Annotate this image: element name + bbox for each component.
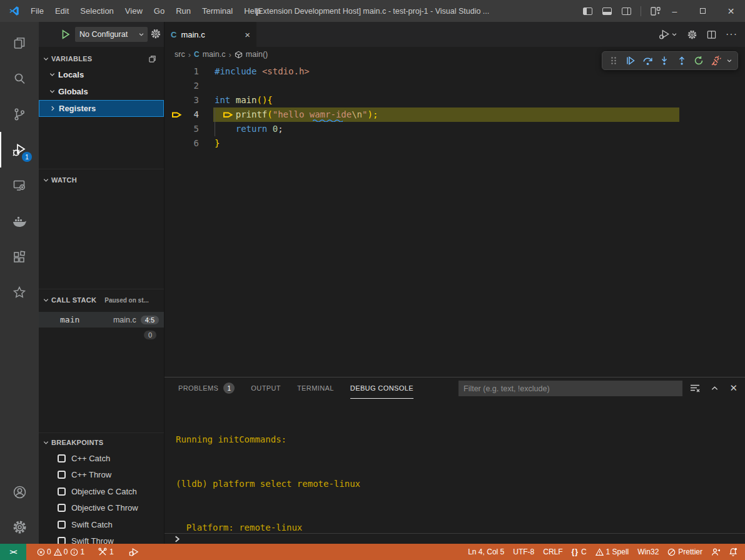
debug-console-input[interactable] <box>165 533 745 544</box>
start-debugging-icon[interactable] <box>61 29 70 39</box>
menu-view[interactable]: View <box>119 0 148 22</box>
call-stack-frame-main[interactable]: main main.c 4:5 <box>39 312 164 328</box>
code-line-6[interactable]: } <box>215 136 220 151</box>
checkbox-unchecked[interactable] <box>58 471 66 479</box>
disconnect-button[interactable] <box>708 53 723 68</box>
line-number[interactable]: 2 <box>165 79 199 93</box>
call-stack-section-header[interactable]: CALL STACK Paused on st... <box>39 292 164 308</box>
step-out-button[interactable] <box>674 53 689 68</box>
checkbox-unchecked[interactable] <box>58 488 66 496</box>
remote-indicator[interactable]: >< <box>0 544 26 560</box>
toggle-sidebar-icon[interactable] <box>583 8 592 15</box>
current-statement-gutter-arrow-icon[interactable] <box>171 110 182 119</box>
encoding-indicator[interactable]: UTF-8 <box>509 544 539 560</box>
sidebar-item-remote-explorer[interactable] <box>0 168 39 203</box>
continue-button[interactable] <box>623 53 638 68</box>
restart-button[interactable] <box>691 53 706 68</box>
tab-problems[interactable]: PROBLEMS1 <box>178 378 235 399</box>
editor-settings-gear-icon[interactable] <box>687 29 697 40</box>
feedback-button[interactable] <box>707 544 724 560</box>
cursor-position[interactable]: Ln 4, Col 5 <box>464 544 509 560</box>
breadcrumb-file[interactable]: main.c <box>203 50 226 59</box>
code-line-3[interactable]: int main(){ <box>215 93 273 108</box>
breakpoints-section-header[interactable]: BREAKPOINTS <box>39 435 164 450</box>
breakpoint-objc-throw[interactable]: Objective C Throw <box>39 500 164 517</box>
line-number[interactable]: 6 <box>165 136 199 151</box>
variables-scope-globals[interactable]: Globals <box>39 83 164 100</box>
problems-status[interactable]: 0 0 1 <box>33 544 89 560</box>
sidebar-item-extensions[interactable] <box>0 239 39 274</box>
checkbox-unchecked[interactable] <box>58 521 66 529</box>
close-button[interactable]: ✕ <box>717 0 745 22</box>
sidebar-item-source-control[interactable] <box>0 96 39 132</box>
menu-file[interactable]: File <box>25 0 49 22</box>
run-or-debug-button[interactable] <box>659 29 677 39</box>
breakpoint-cpp-throw[interactable]: C++ Throw <box>39 467 164 484</box>
notifications-button[interactable] <box>724 544 745 560</box>
line-number[interactable]: 3 <box>165 93 199 108</box>
minimize-button[interactable]: – <box>661 0 689 22</box>
console-filter-input[interactable] <box>459 381 682 396</box>
line-number[interactable]: 1 <box>165 64 199 79</box>
sidebar-item-favorites[interactable] <box>0 274 39 310</box>
toggle-panel-icon[interactable] <box>602 8 612 15</box>
code-line-1[interactable]: #include <stdio.h> <box>215 64 310 79</box>
launch-config-gear-icon[interactable] <box>150 28 161 39</box>
checkbox-unchecked[interactable] <box>58 504 66 512</box>
menu-edit[interactable]: Edit <box>49 0 74 22</box>
tab-output[interactable]: OUTPUT <box>251 378 281 399</box>
sidebar-item-run-debug[interactable]: 1 <box>0 132 39 168</box>
more-actions-icon[interactable]: ··· <box>726 29 737 40</box>
code-line-5[interactable]: return 0; <box>215 122 283 136</box>
code-editor[interactable]: 1 2 3 4 5 6 #include <stdio.h> int main(… <box>165 62 745 377</box>
breadcrumb-symbol[interactable]: main() <box>246 50 268 59</box>
maximize-panel-icon[interactable] <box>711 384 719 392</box>
tab-terminal[interactable]: TERMINAL <box>297 378 334 399</box>
variables-section-header[interactable]: VARIABLES <box>39 51 164 66</box>
toggle-secondary-sidebar-icon[interactable] <box>622 8 631 15</box>
clear-console-icon[interactable] <box>690 384 700 392</box>
spell-checker-status[interactable]: 1 Spell <box>591 544 634 560</box>
call-stack-session-row[interactable]: 0 <box>39 328 164 342</box>
debug-session-status[interactable] <box>124 544 143 560</box>
settings-button[interactable] <box>0 510 39 544</box>
breakpoint-swift-throw[interactable]: Swift Throw <box>39 533 164 544</box>
eol-indicator[interactable]: CRLF <box>539 544 567 560</box>
breadcrumb-folder[interactable]: src <box>175 50 185 59</box>
debug-configuration-select[interactable]: No Configurat <box>75 27 148 42</box>
code-line-4[interactable]: printf("hello wamr-ide\n"); <box>215 108 378 122</box>
debug-toolbar-more[interactable] <box>725 53 734 68</box>
close-panel-icon[interactable]: ✕ <box>729 382 737 394</box>
close-tab-icon[interactable]: × <box>245 29 250 40</box>
split-editor-icon[interactable] <box>707 30 716 39</box>
variables-scope-locals[interactable]: Locals <box>39 66 164 83</box>
sidebar-item-docker[interactable] <box>0 203 39 239</box>
step-over-button[interactable] <box>640 53 655 68</box>
menu-terminal[interactable]: Terminal <box>196 0 238 22</box>
sidebar-item-explorer[interactable] <box>0 25 39 61</box>
breakpoint-objc-catch[interactable]: Objective C Catch <box>39 483 164 500</box>
maximize-button[interactable] <box>689 0 717 22</box>
customize-layout-icon[interactable] <box>651 7 661 15</box>
copy-icon[interactable] <box>148 55 156 63</box>
formatter-status[interactable]: Prettier <box>663 544 707 560</box>
tools-status[interactable]: 1 <box>94 544 118 560</box>
toolbar-drag-handle[interactable] <box>606 53 621 68</box>
sidebar-item-search[interactable] <box>0 61 39 96</box>
checkbox-unchecked[interactable] <box>58 454 66 462</box>
breakpoint-swift-catch[interactable]: Swift Catch <box>39 516 164 533</box>
watch-section-header[interactable]: WATCH <box>39 172 164 188</box>
menu-go[interactable]: Go <box>148 0 170 22</box>
menu-run[interactable]: Run <box>170 0 196 22</box>
breakpoint-cpp-catch[interactable]: C++ Catch <box>39 450 164 467</box>
account-button[interactable] <box>0 474 39 510</box>
tab-debug-console[interactable]: DEBUG CONSOLE <box>350 378 413 399</box>
language-mode[interactable]: {} C <box>567 544 591 560</box>
variables-scope-registers[interactable]: Registers <box>39 100 164 117</box>
tab-main-c[interactable]: C main.c × <box>165 22 256 47</box>
checkbox-unchecked[interactable] <box>58 537 66 544</box>
platform-indicator[interactable]: Win32 <box>633 544 663 560</box>
step-into-button[interactable] <box>657 53 672 68</box>
line-number[interactable]: 5 <box>165 122 199 136</box>
menu-selection[interactable]: Selection <box>74 0 119 22</box>
